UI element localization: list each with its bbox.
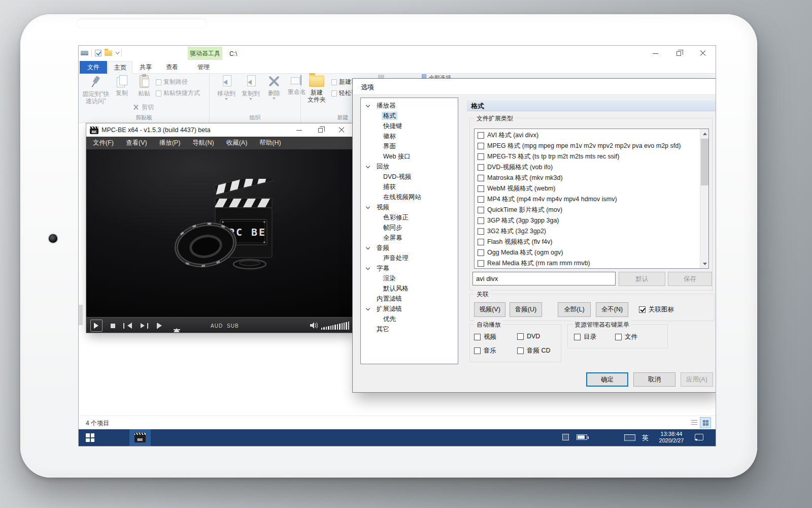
tree-item-misc[interactable]: 其它 (361, 324, 458, 334)
ok-button[interactable]: 确定 (586, 372, 628, 387)
tree-item-interface[interactable]: 界面 (361, 141, 458, 151)
checkbox-unchecked[interactable] (474, 334, 481, 340)
format-row[interactable]: Matroska 格式 (mkv mk3d) (475, 173, 708, 183)
address-path[interactable]: C:\ (229, 50, 237, 57)
mpc-video-area[interactable]: MPC BE (86, 149, 354, 317)
tree-item-frame-sync[interactable]: 帧同步 (361, 223, 458, 233)
format-row[interactable]: MPEG-TS 格式 (ts tp trp m2t m2ts mts rec s… (475, 151, 708, 162)
assoc-icon-checkbox[interactable]: 关联图标 (639, 305, 674, 314)
checkbox-unchecked[interactable] (478, 207, 484, 213)
assoc-audio-button[interactable]: 音频(U) (510, 302, 542, 317)
scrollbar[interactable] (700, 129, 708, 268)
tree-item-internal-filters[interactable]: 内置滤镜 (361, 294, 458, 304)
tree-item-web-interface[interactable]: Web 接口 (361, 151, 458, 162)
tree-item-default-style[interactable]: 默认风格 (361, 283, 458, 294)
next-button[interactable] (138, 320, 150, 332)
copy-path-button[interactable]: 复制路径 (156, 78, 188, 86)
checkbox-unchecked[interactable] (478, 249, 484, 256)
format-row[interactable]: AVI 格式 (avi divx) (475, 130, 708, 141)
taskbar-mpc-be[interactable]: BE (129, 429, 151, 446)
menu-view[interactable]: 查看(V) (126, 139, 147, 147)
format-row[interactable]: 3GP 格式 (3gp 3gpp 3ga) (475, 215, 708, 226)
drive-tools-tab[interactable]: 驱动器工具 (188, 47, 222, 60)
tree-item-player[interactable]: 播放器 (361, 101, 458, 111)
menu-navigate[interactable]: 导航(N) (192, 139, 214, 147)
tree-item-external-filters[interactable]: 扩展滤镜 (361, 304, 458, 314)
subtitle-track-label[interactable]: SUB (227, 323, 239, 329)
assoc-all-button[interactable]: 全部(L) (558, 302, 591, 317)
tab-home[interactable]: 主页 (108, 61, 132, 74)
checkbox-unchecked[interactable] (478, 185, 484, 192)
close-button[interactable] (690, 46, 716, 61)
checkbox-unchecked[interactable] (517, 347, 524, 354)
paste-shortcut-button[interactable]: 粘贴快捷方式 (156, 89, 200, 98)
checkbox-unchecked[interactable] (478, 175, 484, 181)
menu-help[interactable]: 帮助(H) (259, 139, 281, 147)
folder-icon[interactable] (105, 50, 112, 56)
menu-play[interactable]: 播放(P) (159, 139, 181, 147)
autoplay-dvd-checkbox[interactable]: DVD (517, 333, 540, 340)
previous-button[interactable] (122, 320, 134, 332)
pin-to-quick-access-button[interactable]: 固定到"快 速访问" (82, 75, 110, 105)
checkbox-unchecked[interactable] (615, 334, 622, 340)
checkbox-unchecked[interactable] (517, 333, 524, 340)
autoplay-video-checkbox[interactable]: 视频 (474, 333, 496, 341)
volume-slider[interactable] (321, 321, 349, 330)
extension-input[interactable] (472, 272, 616, 285)
ime-indicator[interactable]: 英 (642, 433, 649, 442)
tab-view[interactable]: 查看 (160, 61, 184, 74)
tree-item-fullscreen[interactable]: 全屏幕 (361, 233, 458, 243)
paste-button[interactable]: 粘贴 (133, 75, 155, 97)
context-directory-checkbox[interactable]: 目录 (574, 333, 596, 341)
tree-item-audio[interactable]: 音频 (361, 243, 458, 253)
tree-item-keys[interactable]: 快捷键 (361, 121, 458, 131)
format-row[interactable]: Real Media 格式 (rm ram rmm rmvb) (475, 258, 708, 269)
format-row[interactable]: MPEG 格式 (mpg mpeg mpe m1v m2v mpv2 mp2v … (475, 141, 708, 151)
battery-icon[interactable] (577, 434, 587, 440)
checkbox-icon[interactable] (95, 50, 101, 56)
format-row[interactable]: QuickTime 影片格式 (mov) (475, 205, 708, 215)
format-row[interactable]: MP4 格式 (mp4 m4v mp4v mpv4 hdmov ismv) (475, 194, 708, 205)
format-row[interactable]: Flash 视频格式 (flv f4v) (475, 237, 708, 247)
format-row[interactable]: 3G2 格式 (3g2 3gp2) (475, 226, 708, 237)
format-row[interactable]: DVD-视频格式 (vob ifo) (475, 162, 708, 173)
format-row[interactable]: Ogg Media 格式 (ogm ogv) (475, 247, 708, 258)
delete-button[interactable]: 删除 (263, 75, 285, 101)
save-button[interactable]: 保存 (668, 272, 712, 286)
tree-item-priority[interactable]: 优先 (361, 314, 458, 324)
checkbox-unchecked[interactable] (478, 217, 484, 224)
start-button[interactable] (86, 433, 94, 442)
copy-button[interactable]: 复制 (111, 75, 132, 97)
checkbox-unchecked[interactable] (478, 132, 484, 139)
checkbox-unchecked[interactable] (574, 334, 581, 340)
thumbnail-view-button[interactable] (700, 418, 710, 428)
checkbox-unchecked[interactable] (478, 164, 484, 171)
checkbox-unchecked[interactable] (478, 228, 484, 235)
taskbar-clock[interactable]: 13:38:44 2020/2/27 (656, 431, 687, 444)
autoplay-audio-cd-checkbox[interactable]: 音频 CD (517, 346, 551, 355)
tree-item-color-correction[interactable]: 色彩修正 (361, 212, 458, 223)
touch-keyboard-icon[interactable] (624, 434, 635, 441)
restore-button[interactable] (667, 46, 690, 61)
checkbox-unchecked[interactable] (474, 347, 481, 354)
volume-icon[interactable] (310, 322, 319, 329)
tree-item-formats[interactable]: 格式 (361, 111, 458, 121)
checkbox-unchecked[interactable] (478, 153, 484, 160)
move-to-button[interactable]: 移动到 (215, 75, 238, 102)
menu-favorites[interactable]: 收藏(A) (226, 139, 248, 147)
scrollbar-thumb[interactable] (701, 139, 708, 185)
stop-button[interactable] (107, 320, 119, 332)
new-folder-button[interactable]: 新建 文件夹 (304, 75, 329, 103)
chevron-down-icon[interactable] (115, 50, 119, 54)
checkbox-unchecked[interactable] (478, 143, 484, 149)
assoc-video-button[interactable]: 视频(V) (474, 302, 505, 317)
tree-item-video[interactable]: 视频 (361, 202, 458, 212)
tree-item-subtitles[interactable]: 字幕 (361, 263, 458, 273)
tablet-mode-icon[interactable] (562, 434, 569, 440)
audio-track-label[interactable]: AUD (211, 323, 223, 329)
tab-manage[interactable]: 管理 (190, 61, 217, 74)
default-button[interactable]: 默认 (619, 272, 665, 286)
autoplay-music-checkbox[interactable]: 音乐 (474, 346, 496, 355)
tab-share[interactable]: 共享 (133, 61, 158, 74)
tree-item-capture[interactable]: 捕获 (361, 182, 458, 192)
